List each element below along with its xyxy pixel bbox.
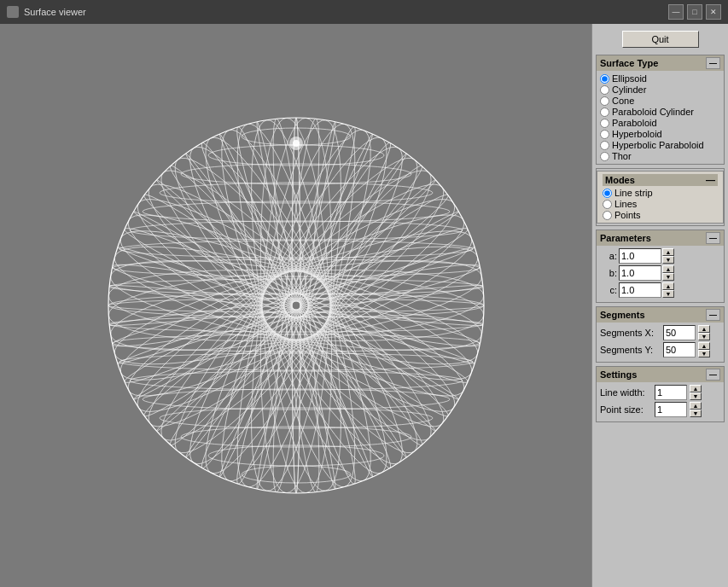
seg-y-down[interactable]: ▼: [698, 350, 710, 357]
seg-x-down[interactable]: ▼: [698, 333, 710, 340]
radio-points[interactable]: Points: [603, 210, 718, 220]
radio-ellipsoid[interactable]: Ellipsoid: [600, 73, 720, 84]
segments-title: Segments: [600, 310, 645, 320]
modes-header: Modes —: [603, 174, 718, 186]
radio-points-input[interactable]: [603, 211, 612, 220]
radio-lines[interactable]: Lines: [603, 199, 718, 209]
radio-thor-input[interactable]: [600, 152, 609, 161]
param-b-spin: ▲ ▼: [662, 265, 674, 281]
radio-paraboloid[interactable]: Paraboloid: [600, 118, 720, 128]
radio-points-label: Points: [614, 210, 641, 220]
pointsize-up[interactable]: ▲: [690, 402, 702, 410]
seg-x-row: Segments X: ▲ ▼: [600, 325, 720, 340]
seg-y-up[interactable]: ▲: [698, 342, 710, 350]
radio-cone[interactable]: Cone: [600, 96, 720, 106]
param-b-down[interactable]: ▼: [662, 273, 674, 281]
title-bar: Surface viewer — □ ✕: [0, 0, 728, 24]
radio-line-strip-input[interactable]: [603, 189, 612, 198]
modes-collapse[interactable]: —: [706, 175, 715, 185]
param-c-label: c:: [600, 285, 617, 295]
radio-cylinder[interactable]: Cylinder: [600, 84, 720, 95]
seg-y-row: Segments Y: ▲ ▼: [600, 342, 720, 357]
svg-point-84: [293, 140, 300, 147]
radio-hyperboloid-input[interactable]: [600, 130, 609, 139]
seg-x-input[interactable]: [663, 325, 696, 340]
parameters-collapse[interactable]: —: [706, 232, 720, 244]
parameters-body: a: ▲ ▼ b: ▲ ▼: [597, 246, 724, 302]
minimize-button[interactable]: —: [668, 4, 684, 20]
param-b-wrapper: ▲ ▼: [619, 265, 674, 281]
seg-x-up[interactable]: ▲: [698, 325, 710, 333]
radio-cone-input[interactable]: [600, 96, 609, 106]
settings-title: Settings: [600, 369, 637, 380]
param-a-input[interactable]: [619, 248, 661, 264]
seg-x-spin: ▲ ▼: [698, 325, 710, 340]
pointsize-spin: ▲ ▼: [690, 402, 702, 417]
pointsize-down[interactable]: ▼: [690, 410, 702, 417]
modes-inner: Modes — Line strip Lines Points: [597, 171, 724, 224]
param-a-row: a: ▲ ▼: [600, 248, 720, 264]
close-button[interactable]: ✕: [706, 4, 721, 20]
seg-y-spin: ▲ ▼: [698, 342, 710, 357]
radio-paraboloid-cylinder-input[interactable]: [600, 108, 609, 117]
param-b-up[interactable]: ▲: [662, 265, 674, 273]
param-c-spin: ▲ ▼: [662, 282, 674, 298]
radio-ellipsoid-label: Ellipsoid: [612, 73, 647, 84]
surface-type-header: Surface Type —: [597, 55, 724, 71]
radio-hyperboloid[interactable]: Hyperboloid: [600, 129, 720, 139]
modes-section: Modes — Line strip Lines Points: [596, 168, 725, 226]
seg-x-label: Segments X:: [600, 328, 661, 338]
settings-section: Settings — Line width: ▲ ▼ Point size: ▲: [596, 366, 725, 422]
maximize-button[interactable]: □: [687, 4, 702, 20]
viewport[interactable]: [0, 24, 591, 587]
pointsize-label: Point size:: [600, 404, 653, 415]
app-title: Surface viewer: [24, 7, 86, 17]
modes-radio-group: Line strip Lines Points: [603, 188, 718, 220]
param-a-down[interactable]: ▼: [662, 256, 674, 264]
param-b-input[interactable]: [619, 265, 661, 281]
linewidth-down[interactable]: ▼: [690, 392, 702, 400]
parameters-title: Parameters: [600, 233, 651, 243]
param-c-up[interactable]: ▲: [662, 282, 674, 290]
param-b-row: b: ▲ ▼: [600, 265, 720, 281]
radio-cone-label: Cone: [612, 96, 634, 106]
segments-collapse[interactable]: —: [706, 309, 720, 321]
linewidth-up[interactable]: ▲: [690, 385, 702, 392]
parameters-section: Parameters — a: ▲ ▼ b:: [596, 230, 725, 303]
radio-paraboloid-label: Paraboloid: [612, 118, 657, 128]
param-c-down[interactable]: ▼: [662, 290, 674, 298]
main-layout: Quit Surface Type — Ellipsoid Cylinder: [0, 24, 728, 587]
radio-hyperbolic-paraboloid-input[interactable]: [600, 141, 609, 150]
linewidth-input[interactable]: [655, 385, 687, 400]
settings-collapse[interactable]: —: [706, 369, 720, 381]
segments-section: Segments — Segments X: ▲ ▼ Segments Y: ▲: [596, 306, 725, 363]
param-a-up[interactable]: ▲: [662, 248, 674, 256]
seg-y-input[interactable]: [663, 342, 696, 357]
radio-paraboloid-input[interactable]: [600, 119, 609, 128]
linewidth-spin: ▲ ▼: [690, 385, 702, 400]
title-bar-left: Surface viewer: [7, 6, 86, 18]
quit-button[interactable]: Quit: [622, 31, 699, 48]
surface-type-collapse[interactable]: —: [706, 57, 720, 69]
seg-y-label: Segments Y:: [600, 345, 661, 355]
radio-lines-label: Lines: [614, 199, 637, 209]
radio-cylinder-input[interactable]: [600, 85, 609, 95]
surface-type-body: Ellipsoid Cylinder Cone Paraboloid Cylin…: [597, 71, 724, 164]
param-c-wrapper: ▲ ▼: [619, 282, 674, 298]
radio-paraboloid-cylinder[interactable]: Paraboloid Cylinder: [600, 107, 720, 117]
radio-hyperbolic-paraboloid[interactable]: Hyperbolic Paraboloid: [600, 140, 720, 150]
param-c-input[interactable]: [619, 282, 661, 298]
modes-title: Modes: [605, 175, 635, 185]
param-a-label: a:: [600, 251, 617, 261]
linewidth-row: Line width: ▲ ▼: [600, 385, 720, 400]
radio-line-strip[interactable]: Line strip: [603, 188, 718, 198]
surface-type-radio-group: Ellipsoid Cylinder Cone Paraboloid Cylin…: [600, 73, 720, 161]
pointsize-input[interactable]: [655, 402, 687, 417]
radio-thor[interactable]: Thor: [600, 151, 720, 161]
surface-type-title: Surface Type: [600, 58, 658, 68]
radio-ellipsoid-input[interactable]: [600, 74, 609, 84]
radio-lines-input[interactable]: [603, 200, 612, 209]
radio-hyperbolic-paraboloid-label: Hyperbolic Paraboloid: [612, 140, 704, 150]
param-a-spin: ▲ ▼: [662, 248, 674, 264]
radio-hyperboloid-label: Hyperboloid: [612, 129, 662, 139]
